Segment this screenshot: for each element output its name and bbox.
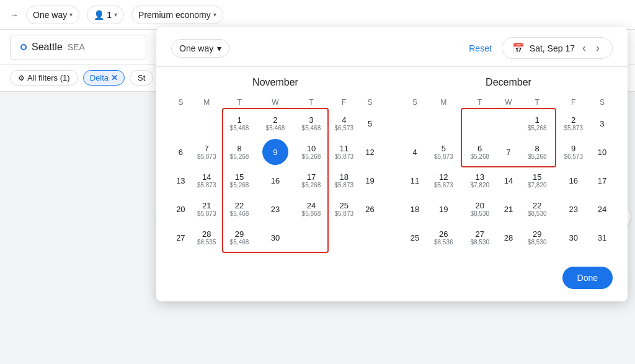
- november-calendar: November S M T W T F S: [171, 77, 380, 252]
- nov-header-T2: T: [295, 95, 327, 109]
- nov-header-S1: S: [171, 95, 190, 109]
- calendar-day-cell[interactable]: 6: [171, 138, 190, 166]
- day-number: 9: [273, 148, 277, 157]
- calendar-day-cell[interactable]: 28: [498, 223, 519, 252]
- calendar-day-cell[interactable]: 18: [404, 195, 425, 223]
- delta-filter-chip[interactable]: Delta ✕: [83, 70, 125, 86]
- calendar-day-cell[interactable]: 18$5,873: [327, 166, 360, 195]
- calendar-day-cell[interactable]: 21$5,873: [190, 195, 223, 223]
- calendar-day-cell[interactable]: 4: [404, 138, 425, 166]
- november-header-row: S M T W T F S: [171, 95, 380, 109]
- calendar-day-cell[interactable]: 12: [360, 138, 380, 166]
- calendar-day-cell[interactable]: 6$5,268: [462, 138, 498, 166]
- all-filters-button[interactable]: ⚙ All filters (1): [10, 70, 78, 86]
- day-number: 14: [202, 172, 211, 182]
- calendar-day-cell[interactable]: 23: [555, 195, 591, 223]
- reset-button[interactable]: Reset: [469, 43, 492, 53]
- calendar-day-cell[interactable]: 30: [255, 223, 295, 252]
- calendar-day-cell[interactable]: 14$5,873: [190, 166, 223, 195]
- day-price: $5,673: [434, 182, 453, 189]
- day-number: 28: [504, 233, 513, 242]
- calendar-day-cell[interactable]: 25$5,873: [327, 195, 360, 223]
- cabin-button[interactable]: Premium economy ▾: [131, 6, 223, 24]
- calendar-day-cell[interactable]: 20$8,530: [462, 195, 498, 223]
- calendar-day-cell[interactable]: 3: [592, 109, 613, 138]
- calendar-day-cell[interactable]: 13: [171, 166, 190, 195]
- cabin-chevron: ▾: [213, 11, 216, 18]
- calendar-day-cell[interactable]: 9$6,573: [555, 138, 591, 166]
- calendar-day-cell[interactable]: 27$8,530: [462, 223, 498, 252]
- calendar-day-cell[interactable]: 5$5,873: [425, 138, 461, 166]
- calendar-day-cell[interactable]: 5: [360, 109, 380, 138]
- day-number: 17: [598, 176, 606, 185]
- calendar-day-cell[interactable]: 30: [555, 223, 591, 252]
- calendar-day-cell[interactable]: 12$5,673: [425, 166, 461, 195]
- calendar-day-cell[interactable]: 16: [255, 166, 295, 195]
- calendar-day-cell[interactable]: 29$8,530: [519, 223, 555, 252]
- passengers-button[interactable]: 👤 1 ▾: [87, 6, 124, 24]
- calendar-day-cell[interactable]: 31: [592, 223, 613, 252]
- origin-field[interactable]: Seattle SEA: [10, 35, 146, 60]
- calendar-day-cell[interactable]: 26$8,536: [425, 223, 461, 252]
- calendar-day-cell[interactable]: 8$5,268: [223, 138, 256, 166]
- calendar-day-cell[interactable]: 1$5,468: [223, 109, 256, 138]
- calendar-day-cell[interactable]: 7$5,873: [190, 138, 223, 166]
- calendar-day-cell[interactable]: 10$5,268: [295, 138, 327, 166]
- calendar-day-cell[interactable]: 15$5,268: [223, 166, 256, 195]
- day-number: 3: [309, 115, 313, 125]
- calendar-day-cell[interactable]: 15$7,820: [519, 166, 555, 195]
- stop-filter-button[interactable]: St: [130, 70, 153, 86]
- calendar-day-cell[interactable]: 21: [498, 195, 519, 223]
- day-price: $7,820: [528, 182, 547, 189]
- calendar-day-cell[interactable]: 8$5,268: [519, 138, 555, 166]
- calendar-day-cell[interactable]: 10: [592, 138, 613, 166]
- calendar-day-cell[interactable]: 20: [171, 195, 190, 223]
- calendar-day-cell[interactable]: 16: [555, 166, 591, 195]
- calendar-day-cell[interactable]: 2$5,873: [555, 109, 591, 138]
- calendar-day-cell[interactable]: 19: [360, 166, 380, 195]
- day-number: 1: [237, 115, 241, 125]
- calendar-day-cell[interactable]: 27: [171, 223, 190, 252]
- calendar-day-cell[interactable]: 28$8,535: [190, 223, 223, 252]
- dec-header-T2: T: [519, 95, 555, 109]
- calendar-day-cell[interactable]: 25: [404, 223, 425, 252]
- calendar-day-cell[interactable]: 17: [592, 166, 613, 195]
- calendar-day-cell[interactable]: 17$5,268: [295, 166, 327, 195]
- date-prev-button[interactable]: ‹: [580, 42, 588, 55]
- day-price: $5,468: [266, 125, 285, 131]
- calendar-day-cell[interactable]: 26: [360, 195, 380, 223]
- calendar-day-cell[interactable]: 1$5,268: [519, 109, 555, 138]
- day-price: $6,573: [564, 153, 583, 160]
- delta-close-icon[interactable]: ✕: [111, 73, 118, 82]
- calendar-day-cell[interactable]: 2$5,468: [255, 109, 295, 138]
- calendar-day-cell[interactable]: 11: [404, 166, 425, 195]
- popup-trip-type-button[interactable]: One way ▾: [171, 39, 229, 58]
- calendar-day-cell[interactable]: 19: [425, 195, 461, 223]
- calendar-day-cell[interactable]: 22$5,468: [223, 195, 256, 223]
- calendar-day-cell: [327, 223, 360, 252]
- date-next-button[interactable]: ›: [593, 42, 602, 55]
- day-price: $5,268: [470, 153, 489, 160]
- calendar-day-cell[interactable]: 4$6,573: [327, 109, 360, 138]
- calendar-day-cell[interactable]: 14: [498, 166, 519, 195]
- calendar-day-cell[interactable]: 29$5,468: [223, 223, 256, 252]
- done-button[interactable]: Done: [562, 267, 613, 289]
- trip-type-button[interactable]: One way ▾: [26, 6, 79, 24]
- day-number: 19: [365, 176, 374, 185]
- calendar-day-cell[interactable]: 11$5,873: [327, 138, 360, 166]
- calendar-day-cell[interactable]: 22$8,530: [519, 195, 555, 223]
- calendar-day-cell[interactable]: 3$5,468: [295, 109, 327, 138]
- calendar-day-cell[interactable]: 9: [255, 138, 295, 166]
- day-number: 19: [439, 205, 448, 214]
- calendar-day-cell[interactable]: 24: [592, 195, 613, 223]
- day-number: 11: [411, 176, 419, 185]
- dec-header-W: W: [498, 95, 519, 109]
- calendar-day-cell: [360, 223, 380, 252]
- day-number: 5: [368, 119, 372, 128]
- calendar-day-cell[interactable]: 13$7,820: [462, 166, 498, 195]
- calendar-day-cell[interactable]: 24$5,868: [295, 195, 327, 223]
- calendar-day-cell[interactable]: 7: [498, 138, 519, 166]
- calendar-day-cell[interactable]: 23: [255, 195, 295, 223]
- top-bar: → One way ▾ 👤 1 ▾ Premium economy ▾: [0, 0, 635, 30]
- calendar-week-row: 1$5,2682$5,8733: [404, 109, 613, 138]
